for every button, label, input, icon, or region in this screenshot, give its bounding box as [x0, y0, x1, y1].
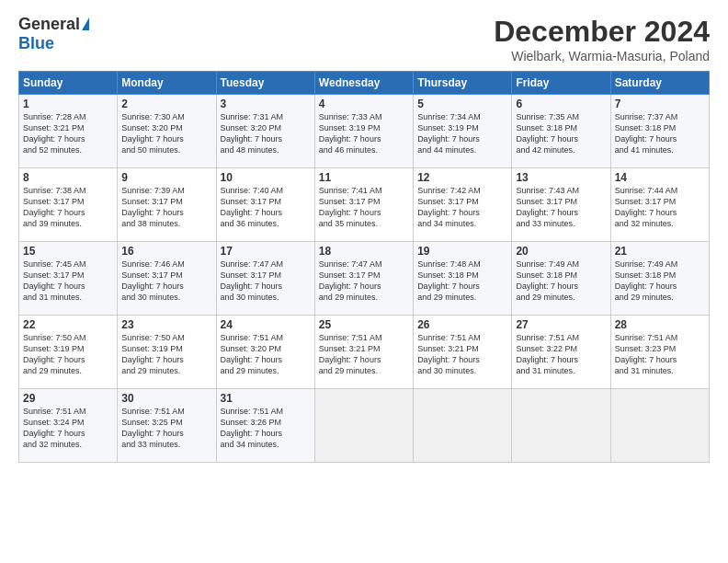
calendar-cell: 5Sunrise: 7:34 AMSunset: 3:19 PMDaylight… — [414, 95, 512, 168]
calendar-cell: 14Sunrise: 7:44 AMSunset: 3:17 PMDayligh… — [610, 168, 709, 242]
week-row-3: 15Sunrise: 7:45 AMSunset: 3:17 PMDayligh… — [19, 242, 710, 316]
calendar-cell: 31Sunrise: 7:51 AMSunset: 3:26 PMDayligh… — [216, 389, 314, 463]
day-number: 24 — [221, 318, 311, 331]
calendar-cell: 3Sunrise: 7:31 AMSunset: 3:20 PMDaylight… — [216, 95, 314, 168]
calendar-cell: 2Sunrise: 7:30 AMSunset: 3:20 PMDaylight… — [118, 95, 216, 168]
calendar-cell: 24Sunrise: 7:51 AMSunset: 3:20 PMDayligh… — [216, 316, 314, 389]
calendar-cell — [512, 389, 610, 463]
logo-triangle-icon — [82, 17, 89, 30]
calendar-cell: 22Sunrise: 7:50 AMSunset: 3:19 PMDayligh… — [19, 316, 118, 389]
header-day-tuesday: Tuesday — [216, 72, 314, 95]
day-number: 29 — [23, 392, 113, 405]
calendar-cell: 30Sunrise: 7:51 AMSunset: 3:25 PMDayligh… — [118, 389, 216, 463]
calendar-cell: 7Sunrise: 7:37 AMSunset: 3:18 PMDaylight… — [610, 95, 709, 168]
cell-details: Sunrise: 7:51 AMSunset: 3:22 PMDaylight:… — [516, 332, 606, 377]
calendar-cell: 25Sunrise: 7:51 AMSunset: 3:21 PMDayligh… — [314, 316, 413, 389]
day-number: 16 — [121, 245, 211, 258]
calendar-cell — [314, 389, 413, 463]
cell-details: Sunrise: 7:51 AMSunset: 3:26 PMDaylight:… — [221, 406, 311, 451]
day-number: 22 — [23, 318, 113, 331]
week-row-5: 29Sunrise: 7:51 AMSunset: 3:24 PMDayligh… — [19, 389, 710, 463]
cell-details: Sunrise: 7:46 AMSunset: 3:17 PMDaylight:… — [121, 259, 211, 304]
day-number: 1 — [23, 98, 113, 110]
day-number: 9 — [121, 171, 211, 184]
calendar-cell: 21Sunrise: 7:49 AMSunset: 3:18 PMDayligh… — [610, 242, 709, 316]
header-day-friday: Friday — [512, 72, 610, 95]
header-day-thursday: Thursday — [414, 72, 512, 95]
day-number: 26 — [417, 318, 507, 331]
cell-details: Sunrise: 7:43 AMSunset: 3:17 PMDaylight:… — [516, 185, 606, 230]
calendar-cell: 19Sunrise: 7:48 AMSunset: 3:18 PMDayligh… — [414, 242, 512, 316]
calendar-cell: 26Sunrise: 7:51 AMSunset: 3:21 PMDayligh… — [414, 316, 512, 389]
header: General Blue December 2024 Wielbark, War… — [18, 15, 710, 63]
day-number: 12 — [417, 171, 507, 184]
calendar-cell: 23Sunrise: 7:50 AMSunset: 3:19 PMDayligh… — [118, 316, 216, 389]
cell-details: Sunrise: 7:51 AMSunset: 3:24 PMDaylight:… — [23, 406, 113, 451]
day-number: 21 — [615, 245, 705, 258]
title-block: December 2024 Wielbark, Warmia-Masuria, … — [494, 15, 710, 63]
header-day-sunday: Sunday — [19, 72, 118, 95]
header-row: SundayMondayTuesdayWednesdayThursdayFrid… — [19, 72, 710, 95]
day-number: 23 — [121, 318, 211, 331]
calendar-table: SundayMondayTuesdayWednesdayThursdayFrid… — [18, 71, 710, 463]
cell-details: Sunrise: 7:28 AMSunset: 3:21 PMDaylight:… — [23, 111, 113, 156]
calendar-cell: 8Sunrise: 7:38 AMSunset: 3:17 PMDaylight… — [19, 168, 118, 242]
header-day-monday: Monday — [118, 72, 216, 95]
calendar-cell: 9Sunrise: 7:39 AMSunset: 3:17 PMDaylight… — [118, 168, 216, 242]
cell-details: Sunrise: 7:30 AMSunset: 3:20 PMDaylight:… — [121, 111, 211, 156]
day-number: 13 — [516, 171, 606, 184]
day-number: 17 — [221, 245, 311, 258]
day-number: 28 — [615, 318, 705, 331]
cell-details: Sunrise: 7:45 AMSunset: 3:17 PMDaylight:… — [23, 259, 113, 304]
logo-blue-text: Blue — [18, 34, 54, 53]
cell-details: Sunrise: 7:34 AMSunset: 3:19 PMDaylight:… — [417, 111, 507, 156]
calendar-cell: 12Sunrise: 7:42 AMSunset: 3:17 PMDayligh… — [414, 168, 512, 242]
cell-details: Sunrise: 7:37 AMSunset: 3:18 PMDaylight:… — [615, 111, 705, 156]
cell-details: Sunrise: 7:44 AMSunset: 3:17 PMDaylight:… — [615, 185, 705, 230]
cell-details: Sunrise: 7:42 AMSunset: 3:17 PMDaylight:… — [417, 185, 507, 230]
calendar-cell — [610, 389, 709, 463]
calendar-header: SundayMondayTuesdayWednesdayThursdayFrid… — [19, 72, 710, 95]
day-number: 19 — [417, 245, 507, 258]
calendar-cell: 11Sunrise: 7:41 AMSunset: 3:17 PMDayligh… — [314, 168, 413, 242]
day-number: 20 — [516, 245, 606, 258]
calendar-cell: 27Sunrise: 7:51 AMSunset: 3:22 PMDayligh… — [512, 316, 610, 389]
calendar-cell: 15Sunrise: 7:45 AMSunset: 3:17 PMDayligh… — [19, 242, 118, 316]
day-number: 27 — [516, 318, 606, 331]
cell-details: Sunrise: 7:51 AMSunset: 3:25 PMDaylight:… — [121, 406, 211, 451]
main-title: December 2024 — [494, 15, 710, 49]
calendar-cell: 20Sunrise: 7:49 AMSunset: 3:18 PMDayligh… — [512, 242, 610, 316]
day-number: 31 — [221, 392, 311, 405]
cell-details: Sunrise: 7:51 AMSunset: 3:21 PMDaylight:… — [319, 332, 409, 377]
calendar-cell: 16Sunrise: 7:46 AMSunset: 3:17 PMDayligh… — [118, 242, 216, 316]
cell-details: Sunrise: 7:51 AMSunset: 3:23 PMDaylight:… — [615, 332, 705, 377]
cell-details: Sunrise: 7:31 AMSunset: 3:20 PMDaylight:… — [221, 111, 311, 156]
page: General Blue December 2024 Wielbark, War… — [0, 0, 728, 563]
cell-details: Sunrise: 7:39 AMSunset: 3:17 PMDaylight:… — [121, 185, 211, 230]
cell-details: Sunrise: 7:50 AMSunset: 3:19 PMDaylight:… — [121, 332, 211, 377]
calendar-cell: 29Sunrise: 7:51 AMSunset: 3:24 PMDayligh… — [19, 389, 118, 463]
calendar-body: 1Sunrise: 7:28 AMSunset: 3:21 PMDaylight… — [19, 95, 710, 463]
subtitle: Wielbark, Warmia-Masuria, Poland — [494, 49, 710, 63]
cell-details: Sunrise: 7:49 AMSunset: 3:18 PMDaylight:… — [615, 259, 705, 304]
day-number: 8 — [23, 171, 113, 184]
logo-general-text: General — [18, 15, 80, 34]
calendar-cell: 1Sunrise: 7:28 AMSunset: 3:21 PMDaylight… — [19, 95, 118, 168]
calendar-cell: 13Sunrise: 7:43 AMSunset: 3:17 PMDayligh… — [512, 168, 610, 242]
cell-details: Sunrise: 7:40 AMSunset: 3:17 PMDaylight:… — [221, 185, 311, 230]
cell-details: Sunrise: 7:51 AMSunset: 3:21 PMDaylight:… — [417, 332, 507, 377]
cell-details: Sunrise: 7:49 AMSunset: 3:18 PMDaylight:… — [516, 259, 606, 304]
day-number: 3 — [221, 98, 311, 110]
day-number: 11 — [319, 171, 409, 184]
day-number: 2 — [121, 98, 211, 110]
cell-details: Sunrise: 7:50 AMSunset: 3:19 PMDaylight:… — [23, 332, 113, 377]
week-row-1: 1Sunrise: 7:28 AMSunset: 3:21 PMDaylight… — [19, 95, 710, 168]
week-row-2: 8Sunrise: 7:38 AMSunset: 3:17 PMDaylight… — [19, 168, 710, 242]
day-number: 15 — [23, 245, 113, 258]
week-row-4: 22Sunrise: 7:50 AMSunset: 3:19 PMDayligh… — [19, 316, 710, 389]
cell-details: Sunrise: 7:35 AMSunset: 3:18 PMDaylight:… — [516, 111, 606, 156]
day-number: 5 — [417, 98, 507, 110]
day-number: 10 — [221, 171, 311, 184]
cell-details: Sunrise: 7:51 AMSunset: 3:20 PMDaylight:… — [221, 332, 311, 377]
cell-details: Sunrise: 7:47 AMSunset: 3:17 PMDaylight:… — [319, 259, 409, 304]
